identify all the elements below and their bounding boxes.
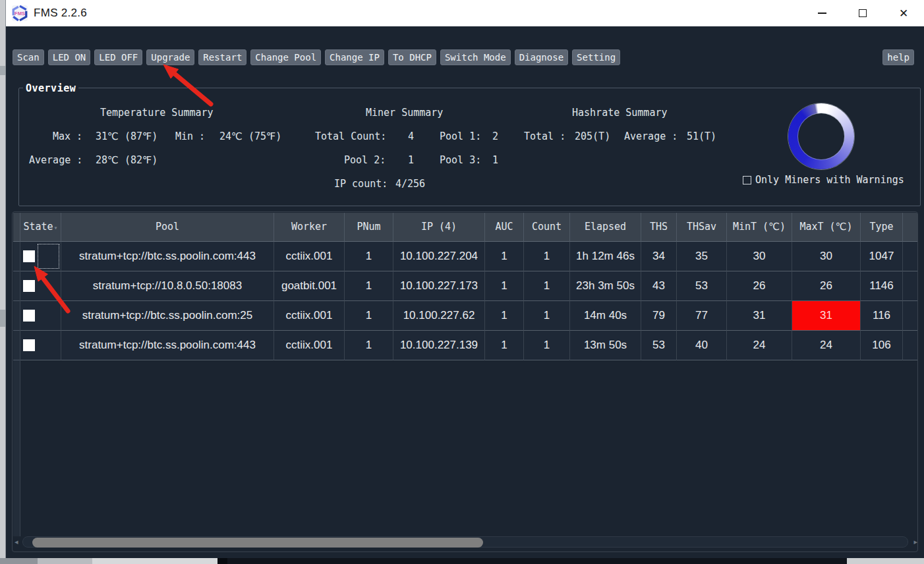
column-header-worker[interactable]: Worker — [274, 213, 345, 242]
toolbar-button-change-pool[interactable]: Change Pool — [250, 49, 321, 65]
cell-pool[interactable]: stratum+tcp://btc.ss.poolin.com:443 — [61, 242, 274, 271]
cell-pnum[interactable]: 1 — [345, 331, 393, 360]
scrollbar-thumb[interactable] — [32, 538, 483, 548]
column-header-ths[interactable]: THS — [641, 213, 677, 242]
cell-pnum[interactable]: 1 — [345, 301, 393, 331]
column-header-maxt[interactable]: MaxT (℃) — [792, 213, 861, 242]
cell-pool[interactable]: stratum+tcp://btc.ss.poolin.com:443 — [61, 331, 274, 360]
cell-count[interactable]: 1 — [524, 301, 570, 331]
toolbar-button-to-dhcp[interactable]: To DHCP — [388, 49, 436, 65]
table-row[interactable]: stratum+tcp://btc.ss.poolin.com:443cctii… — [20, 331, 918, 360]
cell-ths[interactable]: 34 — [641, 242, 677, 271]
cell-state[interactable] — [20, 301, 61, 331]
cell-state[interactable] — [20, 271, 61, 301]
horizontal-scrollbar[interactable]: ◂ ▸ — [13, 536, 917, 548]
cell-ths[interactable]: 43 — [641, 271, 677, 301]
cell-thsav[interactable]: 53 — [677, 271, 727, 301]
cell-maxt[interactable]: 30 — [792, 242, 861, 271]
toolbar-button-change-ip[interactable]: Change IP — [325, 49, 384, 65]
cell-auc[interactable]: 1 — [485, 331, 524, 360]
toolbar-button-led-on[interactable]: LED ON — [48, 49, 91, 65]
cell-ip[interactable]: 10.100.227.139 — [393, 331, 485, 360]
cell-type[interactable]: 116 — [861, 301, 903, 331]
toolbar-button-scan[interactable]: Scan — [13, 49, 44, 65]
cell-type[interactable]: 1146 — [861, 271, 903, 301]
cell-pool[interactable]: stratum+tcp://10.8.0.50:18083 — [61, 271, 274, 301]
table-row[interactable]: stratum+tcp://btc.ss.poolin.com:443cctii… — [20, 242, 918, 271]
table-row[interactable]: stratum+tcp://btc.ss.poolin.com:25cctiix… — [20, 301, 918, 331]
cell-worker[interactable]: goatbit.001 — [274, 271, 345, 301]
cell-maxt[interactable]: 31 — [792, 301, 861, 331]
row-header-cell[interactable] — [13, 301, 20, 331]
cell-elapsed[interactable]: 1h 12m 46s — [570, 242, 641, 271]
table-row[interactable]: stratum+tcp://10.8.0.50:18083goatbit.001… — [20, 271, 918, 301]
toolbar-button-restart[interactable]: Restart — [198, 49, 246, 65]
cell-ip[interactable]: 10.100.227.204 — [393, 242, 485, 271]
cell-type[interactable]: 1047 — [861, 242, 903, 271]
cell-ths[interactable]: 79 — [641, 301, 677, 331]
column-header-elapsed[interactable]: Elapsed — [570, 213, 641, 242]
cell-type[interactable]: 106 — [861, 331, 903, 360]
column-header-state[interactable]: State▾ — [20, 213, 61, 242]
cell-pnum[interactable]: 1 — [345, 242, 393, 271]
row-select-checkbox[interactable] — [23, 250, 35, 262]
scrollbar-track[interactable] — [22, 536, 908, 548]
cell-thsav[interactable]: 77 — [677, 301, 727, 331]
cell-elapsed[interactable]: 23h 3m 50s — [570, 271, 641, 301]
row-select-checkbox[interactable] — [23, 310, 35, 322]
cell-mint[interactable]: 24 — [727, 331, 792, 360]
column-header-pnum[interactable]: PNum — [345, 213, 393, 242]
cell-partial[interactable] — [903, 271, 918, 301]
cell-auc[interactable]: 1 — [485, 301, 524, 331]
cell-auc[interactable]: 1 — [485, 271, 524, 301]
cell-mint[interactable]: 26 — [727, 271, 792, 301]
maximize-button[interactable] — [842, 0, 883, 26]
cell-pnum[interactable]: 1 — [345, 271, 393, 301]
column-header-thsav[interactable]: THSav — [677, 213, 727, 242]
toolbar-button-switch-mode[interactable]: Switch Mode — [440, 49, 511, 65]
cell-state[interactable] — [20, 331, 61, 360]
help-button[interactable]: help — [882, 49, 914, 65]
cell-count[interactable]: 1 — [524, 242, 570, 271]
column-header-type[interactable]: Type — [861, 213, 903, 242]
cell-state[interactable] — [20, 242, 61, 271]
cell-mint[interactable]: 30 — [727, 242, 792, 271]
cell-thsav[interactable]: 40 — [677, 331, 727, 360]
cell-partial[interactable] — [903, 331, 918, 360]
cell-elapsed[interactable]: 14m 40s — [570, 301, 641, 331]
row-header-cell[interactable] — [13, 271, 20, 301]
row-select-checkbox[interactable] — [23, 339, 35, 351]
toolbar-button-setting[interactable]: Setting — [572, 49, 620, 65]
cell-worker[interactable]: cctiix.001 — [274, 242, 345, 271]
toolbar-button-diagnose[interactable]: Diagnose — [515, 49, 568, 65]
cell-partial[interactable] — [903, 301, 918, 331]
column-header-count[interactable]: Count — [524, 213, 570, 242]
only-warnings-checkbox[interactable]: Only Miners with Warnings — [743, 174, 904, 186]
cell-worker[interactable]: cctiix.001 — [274, 301, 345, 331]
minimize-button[interactable] — [801, 0, 842, 26]
cell-ip[interactable]: 10.100.227.62 — [393, 301, 485, 331]
cell-count[interactable]: 1 — [524, 271, 570, 301]
scroll-left-icon[interactable]: ◂ — [14, 536, 18, 548]
cell-thsav[interactable]: 35 — [677, 242, 727, 271]
cell-auc[interactable]: 1 — [485, 242, 524, 271]
cell-maxt[interactable]: 24 — [792, 331, 861, 360]
toolbar-button-led-off[interactable]: LED OFF — [94, 49, 142, 65]
column-header-auc[interactable]: AUC — [485, 213, 524, 242]
cell-worker[interactable]: cctiix.001 — [274, 331, 345, 360]
close-button[interactable]: ✕ — [883, 0, 924, 26]
row-select-checkbox[interactable] — [23, 280, 35, 292]
scroll-right-icon[interactable]: ▸ — [913, 536, 917, 548]
column-header-pool[interactable]: Pool — [61, 213, 274, 242]
cell-mint[interactable]: 31 — [727, 301, 792, 331]
column-header-ip[interactable]: IP (4) — [393, 213, 485, 242]
cell-elapsed[interactable]: 13m 50s — [570, 331, 641, 360]
row-header-cell[interactable] — [13, 242, 20, 271]
row-header-cell[interactable] — [13, 331, 20, 360]
column-header-mint[interactable]: MinT (℃) — [727, 213, 792, 242]
cell-count[interactable]: 1 — [524, 331, 570, 360]
toolbar-button-upgrade[interactable]: Upgrade — [146, 49, 194, 65]
cell-ths[interactable]: 53 — [641, 331, 677, 360]
cell-partial[interactable] — [903, 242, 918, 271]
cell-ip[interactable]: 10.100.227.173 — [393, 271, 485, 301]
